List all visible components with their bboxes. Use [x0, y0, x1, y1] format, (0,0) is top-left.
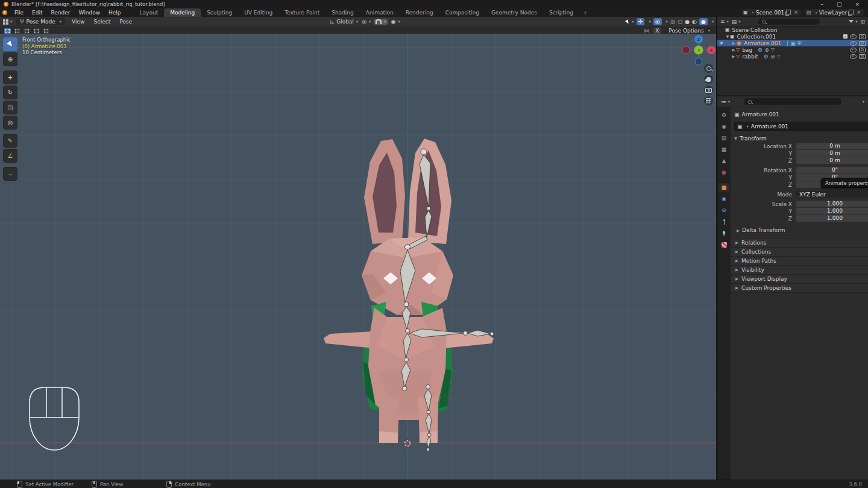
mirror-x-toggle[interactable]: X: [653, 28, 661, 34]
location-x-input[interactable]: 0 m: [796, 143, 868, 149]
tool-transform[interactable]: ◎: [3, 116, 17, 130]
outliner-row-collection[interactable]: ▼ ▣ Collection.001 ✓: [717, 33, 868, 40]
collection-checkbox[interactable]: ✓: [843, 34, 848, 39]
camera-view-button[interactable]: [704, 86, 713, 95]
tab-constraints[interactable]: ⊚: [719, 206, 729, 214]
expand-icon[interactable]: ▶: [731, 48, 736, 52]
panel-relations[interactable]: ▶Relations: [731, 238, 868, 247]
editor-type-button[interactable]: ▾: [3, 19, 12, 25]
hide-eye-toggle[interactable]: [850, 41, 857, 46]
shading-rendered-button[interactable]: ●: [699, 18, 708, 25]
disable-render-toggle[interactable]: [859, 41, 866, 46]
menu-select[interactable]: Select: [91, 19, 113, 25]
visibility-options-button[interactable]: ▾: [625, 19, 634, 25]
minimize-button[interactable]: –: [820, 1, 823, 7]
tool-pose-breakdowner[interactable]: ⌣: [3, 167, 17, 181]
tab-output[interactable]: ▤: [719, 134, 729, 142]
tab-armature-data[interactable]: [719, 217, 729, 226]
perspective-toggle-button[interactable]: [704, 96, 713, 105]
menu-pose[interactable]: Pose: [117, 19, 134, 25]
disable-render-toggle[interactable]: [859, 54, 866, 59]
properties-editor-type-button[interactable]: ≔▾: [721, 99, 730, 105]
pivot-point-selector[interactable]: ◎▾: [362, 19, 371, 25]
tab-compositing[interactable]: Compositing: [439, 8, 485, 17]
tool-measure[interactable]: ∠: [3, 149, 17, 163]
new-view-layer-icon[interactable]: [849, 10, 854, 15]
rotation-mode-dropdown[interactable]: XYZ Euler ▾: [796, 191, 868, 198]
outliner-row-bag[interactable]: ▶ ▽ bag ⚙ ⊚ ▽: [717, 46, 868, 53]
tab-render[interactable]: ◉: [719, 122, 729, 131]
expand-icon[interactable]: ▼: [725, 34, 730, 39]
zoom-button[interactable]: [704, 64, 713, 73]
tab-layout[interactable]: Layout: [134, 8, 165, 17]
shading-solid-button[interactable]: ●: [685, 19, 690, 25]
gizmo-neg-z-axis[interactable]: [695, 58, 702, 65]
outliner-row-scene-collection[interactable]: ▣ Scene Collection: [717, 27, 868, 33]
tab-uv-editing[interactable]: UV Editing: [238, 8, 278, 17]
new-collection-button[interactable]: ⊞: [860, 19, 865, 25]
tab-physics[interactable]: ◉: [719, 195, 729, 203]
show-overlays-toggle[interactable]: ◎: [653, 18, 662, 25]
transform-panel-header[interactable]: ▼ Transform: [734, 135, 868, 142]
panel-custom-properties[interactable]: ▶Custom Properties: [731, 283, 868, 293]
tab-texture[interactable]: [719, 240, 729, 249]
outliner-row-armature[interactable]: Ψ ▶ Armature.001 ʃ ▣ Ψ: [717, 40, 868, 46]
tool-cursor[interactable]: ⊕: [3, 52, 17, 66]
expand-icon[interactable]: ▶: [731, 41, 736, 46]
delta-transform-subpanel[interactable]: ▶Delta Transform: [737, 227, 868, 233]
view-layer-selector[interactable]: ▤ ▾ ViewLayer ×: [804, 8, 864, 16]
remove-scene-button[interactable]: ×: [793, 10, 799, 15]
viewport-canvas[interactable]: Front Orthographic (0) Armature.001 10 C…: [0, 34, 716, 480]
outliner-search-input[interactable]: [758, 19, 820, 25]
tab-scene[interactable]: ▲: [719, 157, 729, 165]
maximize-button[interactable]: ▢: [837, 1, 842, 7]
snap-toggle[interactable]: ▾: [374, 19, 387, 25]
proportional-edit-toggle[interactable]: ◉▾: [391, 19, 400, 25]
panel-viewport-display[interactable]: ▶Viewport Display: [731, 274, 868, 283]
close-button[interactable]: ×: [855, 1, 860, 7]
pan-button[interactable]: [704, 75, 713, 84]
new-scene-icon[interactable]: [786, 10, 791, 15]
tab-geometry-nodes[interactable]: Geometry Nodes: [485, 8, 543, 17]
tab-object[interactable]: ■: [719, 183, 729, 192]
tool-scale[interactable]: ◳: [3, 101, 17, 114]
app-menu-icon[interactable]: [2, 10, 7, 15]
expand-icon[interactable]: ▶: [731, 54, 736, 59]
outliner-filter-mode[interactable]: ▤▾: [732, 19, 741, 25]
scale-z-input[interactable]: 1.000: [796, 215, 868, 222]
tab-bone[interactable]: [719, 229, 729, 237]
tab-rendering[interactable]: Rendering: [400, 8, 439, 17]
tab-animation[interactable]: Animation: [360, 8, 400, 17]
disable-render-toggle[interactable]: [859, 34, 866, 39]
remove-view-layer-button[interactable]: ×: [855, 10, 862, 15]
3d-viewport[interactable]: ▾ Ψ Pose Mode ▾ View Select Pose ◺ Globa…: [0, 17, 716, 480]
tool-select-box[interactable]: [3, 37, 17, 51]
outliner-display-mode[interactable]: ≡▾: [720, 19, 729, 25]
location-y-input[interactable]: 0 m: [796, 150, 868, 157]
menu-view[interactable]: View: [69, 19, 87, 25]
select-mode-intersect[interactable]: [42, 28, 50, 34]
add-workspace-button[interactable]: +: [579, 8, 591, 17]
properties-search-input[interactable]: [744, 98, 841, 105]
tab-tool[interactable]: ⚙: [719, 111, 729, 119]
scale-x-input[interactable]: 1.000: [796, 201, 868, 207]
location-z-input[interactable]: 0 m: [796, 157, 868, 164]
tab-modeling[interactable]: Modeling: [164, 8, 201, 17]
menu-file[interactable]: File: [10, 10, 28, 16]
panel-motion-paths[interactable]: ▶Motion Paths: [731, 256, 868, 265]
menu-edit[interactable]: Edit: [28, 10, 46, 16]
tab-scripting[interactable]: Scripting: [543, 8, 579, 17]
tab-world[interactable]: ●: [719, 168, 729, 177]
panel-visibility[interactable]: ▶Visibility: [731, 265, 868, 274]
tab-view-layer[interactable]: ▦: [719, 145, 729, 154]
scene-selector[interactable]: ▣ ▾ Scene.001 ×: [741, 8, 802, 16]
select-mode-subtract[interactable]: [23, 28, 31, 34]
shading-wireframe-button[interactable]: ○: [678, 19, 682, 25]
scale-y-input[interactable]: 1.000: [796, 208, 868, 214]
rotation-x-input[interactable]: 0°: [796, 167, 868, 174]
panel-collections[interactable]: ▶Collections: [731, 247, 868, 256]
menu-window[interactable]: Window: [75, 10, 105, 16]
properties-options-button[interactable]: ▾: [863, 99, 864, 104]
outliner-row-rabbit[interactable]: ▶ ▽ rabbit ⚙ ⊚ ▽: [717, 53, 868, 60]
transform-orientation-selector[interactable]: ◺ Global ▾: [330, 19, 358, 25]
